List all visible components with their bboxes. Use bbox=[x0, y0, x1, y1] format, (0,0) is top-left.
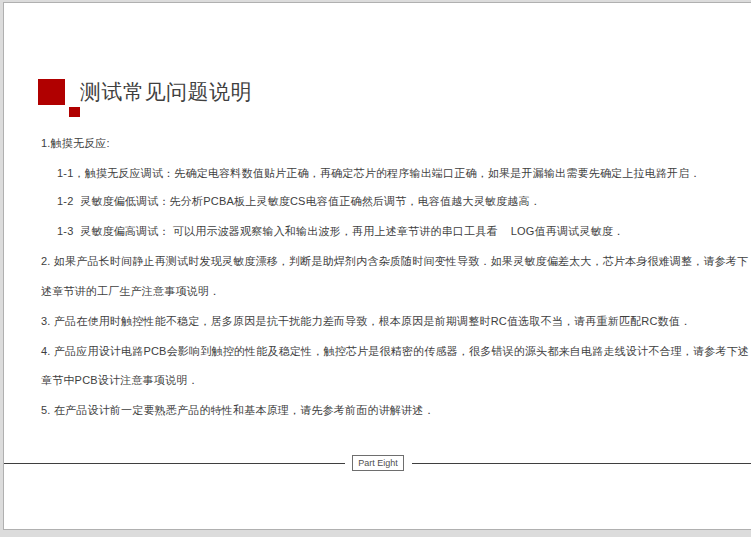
footer-part-label: Part Eight bbox=[352, 455, 404, 471]
body-text-line: 1.触摸无反应: bbox=[41, 136, 110, 150]
body-text-line: 4. 产品应用设计电路PCB会影响到触控的性能及稳定性，触控芯片是很精密的传感器… bbox=[41, 344, 749, 358]
body-text-line: 1-3 灵敏度偏高调试： 可以用示波器观察输入和输出波形，再用上述章节讲的串口工… bbox=[57, 224, 624, 238]
body-text-line: 1-1，触摸无反应调试：先确定电容料数值贴片正确，再确定芯片的程序输出端口正确，… bbox=[57, 166, 701, 180]
body-text-line: 3. 产品在使用时触控性能不稳定，居多原因是抗干扰能力差而导致，根本原因是前期调… bbox=[41, 314, 691, 328]
slide-page: 测试常见问题说明 1.触摸无反应: 1-1，触摸无反应调试：先确定电容料数值贴片… bbox=[3, 2, 751, 530]
body-text-line: 2. 如果产品长时间静止再测试时发现灵敏度漂移，判断是助焊剂内含杂质随时间变性导… bbox=[41, 254, 748, 268]
title-accent-square-large bbox=[38, 79, 65, 105]
footer-divider-right bbox=[412, 463, 751, 464]
title-accent-square-small bbox=[69, 107, 80, 117]
body-text-line: 1-2 灵敏度偏低调试：先分析PCBA板上灵敏度CS电容值正确然后调节，电容值越… bbox=[57, 194, 541, 208]
footer-divider-left bbox=[4, 463, 345, 464]
body-text-line: 述章节讲的工厂生产注意事项说明． bbox=[41, 284, 220, 298]
body-text-line: 章节中PCB设计注意事项说明． bbox=[41, 373, 199, 387]
body-text-line: 5. 在产品设计前一定要熟悉产品的特性和基本原理，请先参考前面的讲解讲述． bbox=[41, 403, 435, 417]
page-title: 测试常见问题说明 bbox=[80, 78, 252, 106]
